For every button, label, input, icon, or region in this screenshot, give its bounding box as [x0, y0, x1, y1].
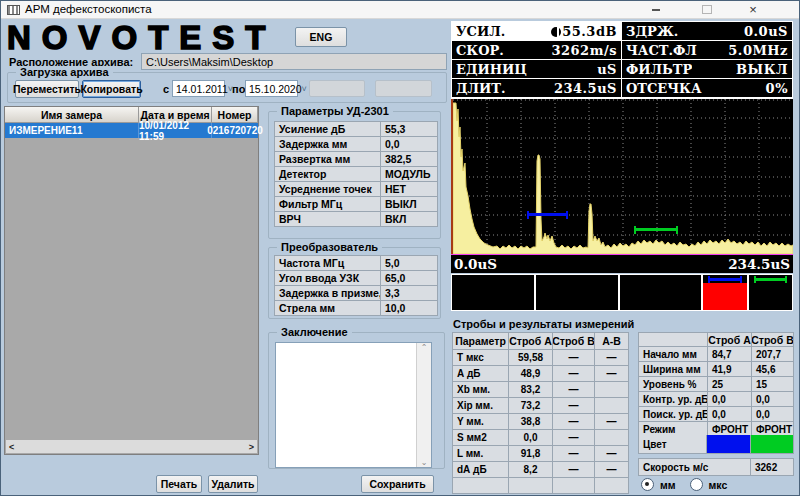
device-display: УСИЛ. 55.3dB ЗДРЖ.0.0uS СКОР.3262m/s ЧАС…	[451, 21, 793, 99]
disabled-button-1	[309, 80, 365, 97]
print-button[interactable]: Печать	[156, 475, 202, 493]
probe-group: Преобразователь Частота МГц5,0Угол ввода…	[268, 247, 441, 319]
table-cell: Поиск. ур. дБ	[639, 407, 708, 422]
device-params-group: Параметры УД-2301 Усиление дБ55,3Задержк…	[268, 111, 441, 239]
table-cell: 45,6	[752, 362, 794, 377]
table-cell: Т мкс	[453, 350, 509, 366]
display-cell-filter: ФИЛЬТРВЫКЛ	[622, 60, 792, 78]
language-button[interactable]: ENG	[295, 27, 347, 47]
table-row: Задержка мм0,0	[275, 137, 438, 152]
velocity-label: Скорость м/с	[639, 459, 751, 475]
conclusion-textarea[interactable]: ⌃ ⌄	[275, 342, 432, 468]
table-cell: Стрела мм	[275, 301, 381, 316]
gate-a-alarm	[703, 283, 747, 310]
column-header: Строб В	[752, 333, 794, 347]
scroll-right-icon[interactable]: >	[249, 442, 254, 452]
table-cell: 0,0	[509, 430, 553, 446]
column-header: Строб А	[708, 333, 752, 347]
table-cell: 83,2	[509, 382, 553, 398]
table-row: Хb мм.83,2—	[453, 382, 629, 398]
gate-b-color-swatch[interactable]	[751, 435, 793, 453]
column-header: Строб А	[509, 333, 553, 350]
table-cell: 48,9	[509, 366, 553, 382]
radio-us[interactable]	[690, 478, 703, 491]
table-cell: dА дБ	[453, 462, 509, 478]
display-cell-reject: ОТСЕЧКА0%	[622, 79, 792, 97]
table-cell: 0,0	[752, 392, 794, 407]
table-cell: —	[553, 382, 595, 398]
vertical-scrollbar[interactable]: ⌃ ⌄	[416, 343, 431, 467]
table-cell: —	[553, 350, 595, 366]
table-cell: МОДУЛЬ	[381, 167, 438, 182]
archive-path-field[interactable]: C:\Users\Maksim\Desktop	[141, 53, 447, 70]
device-params-legend: Параметры УД-2301	[277, 105, 393, 117]
gate-indicator-strip	[451, 274, 793, 311]
table-cell: Усиление дБ	[275, 122, 381, 137]
scroll-up-icon[interactable]: ⌃	[421, 343, 428, 352]
table-row: Контр. ур. дБ0,00,0	[639, 392, 794, 407]
table-cell: Задержка мм	[275, 137, 381, 152]
column-header: Строб В	[553, 333, 595, 350]
table-row: Ширина мм41,945,6	[639, 362, 794, 377]
table-cell	[595, 430, 629, 446]
indicator-cell-gate-a	[702, 274, 748, 311]
probe-legend: Преобразователь	[277, 241, 382, 253]
copy-button[interactable]: Копировать	[82, 80, 141, 98]
scroll-down-icon[interactable]: ⌄	[421, 458, 428, 467]
table-cell: ВКЛ	[381, 212, 438, 227]
table-cell: Детектор	[275, 167, 381, 182]
maximize-button[interactable]	[700, 2, 714, 17]
table-cell: 65,0	[381, 271, 438, 286]
table-cell: Фильтр МГц	[275, 197, 381, 212]
radio-mm[interactable]	[641, 478, 654, 491]
gate-a-marker	[527, 211, 568, 219]
knob-icon	[551, 27, 561, 37]
horizontal-scrollbar[interactable]: < >	[6, 440, 257, 453]
column-header	[639, 333, 708, 347]
table-cell: 10,0	[381, 301, 438, 316]
conclusion-legend: Заключение	[277, 326, 352, 338]
table-cell: 41,9	[708, 362, 752, 377]
table-cell: 207,7	[752, 347, 794, 362]
app-window: АРМ дефекстоскописта × NOVOTEST ENG Расп…	[0, 0, 800, 496]
table-cell: 0,0	[708, 407, 752, 422]
minimize-button[interactable]	[649, 2, 663, 17]
minimize-icon	[652, 9, 660, 11]
chevron-down-icon: ˅	[302, 84, 307, 94]
table-cell: Начало мм	[639, 347, 708, 362]
delete-button[interactable]: Удалить	[208, 475, 258, 493]
list-row-selected[interactable]: ИЗМЕРЕНИЕ11 10/01/2012 11:59 0216720720	[5, 123, 258, 138]
scroll-left-icon[interactable]: <	[9, 442, 14, 452]
device-params-table: Усиление дБ55,3Задержка мм0,0Развертка м…	[274, 121, 438, 227]
scale-right-label: 234.5uS	[728, 256, 790, 272]
table-cell: —	[595, 446, 629, 462]
column-header-number[interactable]: Номер	[212, 107, 258, 123]
gate-b-marker	[634, 226, 678, 234]
display-cell-duration: ДЛИТ.234.5uS	[452, 79, 621, 97]
to-date-picker[interactable]: 15.10.2020 ˅	[245, 80, 298, 97]
table-cell: Частота МГц	[275, 256, 381, 271]
gate-a-color-swatch[interactable]	[707, 435, 751, 453]
table-cell: Усреднение точек	[275, 182, 381, 197]
column-header-name[interactable]: Имя замера	[5, 107, 139, 123]
table-row: А дБ48,9——	[453, 366, 629, 382]
window-title: АРМ дефекстоскописта	[25, 3, 152, 15]
table-row: Развертка мм382,5	[275, 152, 438, 167]
close-icon: ×	[749, 3, 757, 16]
table-cell: 25	[708, 377, 752, 392]
save-button[interactable]: Сохранить	[361, 475, 434, 493]
table-cell: —	[553, 430, 595, 446]
table-row: Поиск. ур. дБ0,00,0	[639, 407, 794, 422]
table-cell: ВЫКЛ	[381, 197, 438, 212]
move-button[interactable]: Переместить	[15, 80, 79, 98]
table-cell: —	[595, 350, 629, 366]
table-row: S мм20,0—	[453, 430, 629, 446]
table-cell: Развертка мм	[275, 152, 381, 167]
title-bar: АРМ дефекстоскописта ×	[1, 1, 799, 19]
column-header: Параметр	[453, 333, 509, 350]
table-cell: Контр. ур. дБ	[639, 392, 708, 407]
close-button[interactable]: ×	[746, 2, 760, 17]
table-cell: ВРЧ	[275, 212, 381, 227]
from-date-picker[interactable]: 14.01.2011 ˅	[172, 80, 225, 97]
table-row: Хip мм.73,2—	[453, 398, 629, 414]
